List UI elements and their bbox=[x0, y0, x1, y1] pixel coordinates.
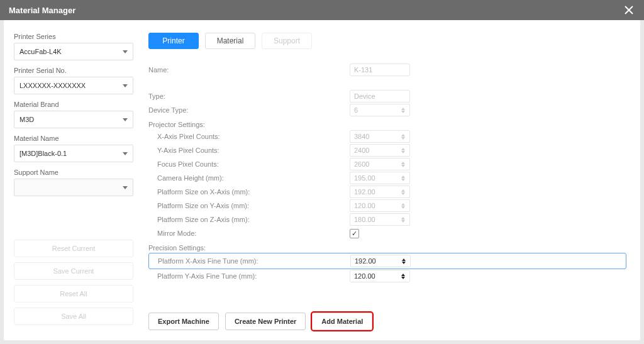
fine-y-label: Platform Y-Axis Fine Tune (mm): bbox=[148, 272, 350, 280]
material-name-dropdown[interactable]: [M3D]Black-0.1 bbox=[14, 145, 133, 162]
material-name-value: [M3D]Black-0.1 bbox=[19, 150, 67, 157]
window-title: Material Manager bbox=[9, 6, 75, 15]
device-type-label: Device Type: bbox=[148, 106, 350, 114]
y-pixel-value: 2400 bbox=[354, 147, 369, 154]
tab-support: Support bbox=[262, 33, 312, 49]
y-pixel-field[interactable]: 2400 bbox=[350, 144, 410, 157]
spinner-icon[interactable] bbox=[401, 214, 408, 225]
close-icon[interactable] bbox=[623, 4, 635, 16]
printer-serial-label: Printer Serial No. bbox=[14, 67, 133, 74]
plat-y-row: Platform Size on Y-Axis (mm): 120.00 bbox=[148, 199, 630, 213]
material-brand-dropdown[interactable]: M3D bbox=[14, 111, 133, 128]
fine-x-field[interactable]: 192.00 bbox=[350, 255, 411, 267]
precision-highlight: Platform X-Axis Fine Tune (mm): 192.00 bbox=[148, 253, 626, 269]
type-field: Device bbox=[350, 90, 410, 103]
x-pixel-field[interactable]: 3840 bbox=[350, 130, 410, 143]
spinner-icon[interactable] bbox=[401, 105, 408, 115]
plat-x-field[interactable]: 192.00 bbox=[350, 186, 410, 198]
x-pixel-value: 3840 bbox=[354, 133, 369, 140]
mirror-label: Mirror Mode: bbox=[148, 230, 350, 237]
spinner-icon[interactable] bbox=[401, 159, 408, 169]
focus-pixel-value: 2600 bbox=[354, 160, 369, 168]
mirror-checkbox[interactable]: ✓ bbox=[350, 229, 359, 238]
support-name-dropdown[interactable] bbox=[14, 179, 133, 196]
camera-height-label: Camera Height (mm): bbox=[148, 174, 350, 182]
device-type-field[interactable]: 6 bbox=[350, 104, 410, 116]
camera-height-field[interactable]: 195.00 bbox=[350, 172, 410, 184]
camera-height-row: Camera Height (mm): 195.00 bbox=[148, 171, 630, 185]
focus-pixel-label: Focus Pixel Counts: bbox=[148, 160, 350, 168]
fine-x-row: Platform X-Axis Fine Tune (mm): 192.00 bbox=[149, 255, 623, 267]
printer-serial-dropdown[interactable]: LXXXXXX-XXXXXXX bbox=[14, 77, 133, 94]
spinner-icon[interactable] bbox=[401, 131, 408, 141]
device-type-row: Device Type: 6 bbox=[148, 103, 630, 117]
printer-series-value: AccuFab-L4K bbox=[19, 48, 62, 55]
fine-x-value: 192.00 bbox=[355, 257, 376, 265]
caret-down-icon bbox=[123, 118, 128, 121]
material-name-label: Material Name bbox=[14, 135, 133, 142]
sidebar-buttons: Reset Current Save Current Reset All Sav… bbox=[14, 240, 133, 330]
fine-y-field[interactable]: 120.00 bbox=[350, 270, 410, 282]
name-row: Name: K-131 bbox=[148, 60, 630, 79]
focus-pixel-field[interactable]: 2600 bbox=[350, 158, 410, 170]
plat-z-field[interactable]: 180.00 bbox=[350, 213, 410, 226]
form-area: Name: K-131 Type: Device Device Type: 6 … bbox=[148, 60, 630, 304]
check-icon: ✓ bbox=[352, 230, 357, 238]
spinner-icon[interactable] bbox=[401, 173, 408, 183]
sidebar: Printer Series AccuFab-L4K Printer Seria… bbox=[14, 33, 133, 330]
name-value: K-131 bbox=[354, 66, 372, 74]
tabs: Printer Material Support bbox=[148, 33, 630, 49]
precision-section-label: Precision Settings: bbox=[148, 244, 630, 252]
bottom-buttons: Export Machine Create New Printer Add Ma… bbox=[148, 304, 630, 330]
material-brand-label: Material Brand bbox=[14, 101, 133, 108]
spinner-icon[interactable] bbox=[401, 271, 408, 281]
device-type-value: 6 bbox=[354, 106, 358, 114]
printer-series-dropdown[interactable]: AccuFab-L4K bbox=[14, 43, 133, 60]
plat-x-row: Platform Size on X-Axis (mm): 192.00 bbox=[148, 185, 630, 199]
mirror-row: Mirror Mode: ✓ bbox=[148, 226, 630, 240]
plat-x-value: 192.00 bbox=[354, 188, 375, 196]
plat-z-label: Platform Size on Z-Axis (mm): bbox=[148, 216, 350, 223]
caret-down-icon bbox=[123, 152, 128, 155]
caret-down-icon bbox=[123, 84, 128, 87]
plat-z-row: Platform Size on Z-Axis (mm): 180.00 bbox=[148, 213, 630, 226]
add-material-button[interactable]: Add Material bbox=[312, 313, 372, 330]
spinner-icon[interactable] bbox=[402, 256, 408, 266]
x-pixel-row: X-Axis Pixel Counts: 3840 bbox=[148, 130, 630, 143]
main-content: Printer Material Support Name: K-131 Typ… bbox=[133, 33, 630, 330]
focus-pixel-row: Focus Pixel Counts: 2600 bbox=[148, 157, 630, 171]
caret-down-icon bbox=[123, 50, 128, 53]
plat-x-label: Platform Size on X-Axis (mm): bbox=[148, 188, 350, 196]
projector-section-label: Projector Settings: bbox=[148, 121, 630, 128]
y-pixel-row: Y-Axis Pixel Counts: 2400 bbox=[148, 143, 630, 157]
save-current-button[interactable]: Save Current bbox=[14, 262, 133, 280]
title-bar: Material Manager bbox=[0, 0, 644, 20]
camera-height-value: 195.00 bbox=[354, 174, 375, 182]
create-new-printer-button[interactable]: Create New Printer bbox=[225, 313, 306, 330]
printer-serial-value: LXXXXXX-XXXXXXX bbox=[19, 82, 86, 89]
tab-printer[interactable]: Printer bbox=[148, 33, 199, 49]
spinner-icon[interactable] bbox=[401, 201, 408, 211]
type-label: Type: bbox=[148, 92, 350, 100]
tab-material[interactable]: Material bbox=[205, 33, 255, 49]
fine-y-value: 120.00 bbox=[354, 272, 375, 280]
save-all-button[interactable]: Save All bbox=[14, 308, 133, 325]
printer-series-label: Printer Series bbox=[14, 33, 133, 40]
spinner-icon[interactable] bbox=[401, 145, 408, 155]
reset-all-button[interactable]: Reset All bbox=[14, 285, 133, 302]
spinner-icon[interactable] bbox=[401, 187, 408, 197]
x-pixel-label: X-Axis Pixel Counts: bbox=[148, 133, 350, 140]
window-body: Printer Series AccuFab-L4K Printer Seria… bbox=[4, 20, 640, 340]
plat-z-value: 180.00 bbox=[354, 216, 375, 223]
plat-y-field[interactable]: 120.00 bbox=[350, 199, 410, 212]
type-row: Type: Device bbox=[148, 89, 630, 103]
caret-down-icon bbox=[123, 186, 128, 189]
export-machine-button[interactable]: Export Machine bbox=[148, 313, 219, 330]
name-label: Name: bbox=[148, 66, 350, 74]
type-value: Device bbox=[354, 92, 375, 100]
fine-x-label: Platform X-Axis Fine Tune (mm): bbox=[149, 257, 350, 265]
name-field[interactable]: K-131 bbox=[350, 64, 410, 76]
reset-current-button[interactable]: Reset Current bbox=[14, 240, 133, 257]
fine-y-row: Platform Y-Axis Fine Tune (mm): 120.00 bbox=[148, 269, 630, 283]
support-name-label: Support Name bbox=[14, 169, 133, 176]
